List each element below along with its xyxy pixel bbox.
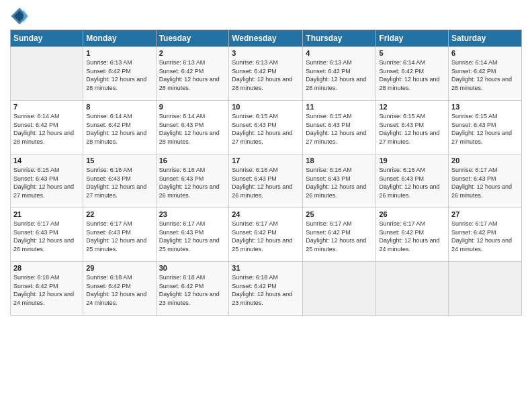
sunset-label: Sunset: 6:43 PM <box>232 175 277 182</box>
calendar-day-cell <box>303 262 376 316</box>
day-info: Sunrise: 6:18 AM Sunset: 6:42 PM Dayligh… <box>86 273 152 307</box>
day-number: 3 <box>232 49 300 57</box>
day-info: Sunrise: 6:16 AM Sunset: 6:43 PM Dayligh… <box>86 166 152 199</box>
sunrise-label: Sunrise: 6:16 AM <box>159 167 206 173</box>
day-info: Sunrise: 6:15 AM Sunset: 6:43 PM Dayligh… <box>451 112 519 146</box>
calendar-day-cell: 7 Sunrise: 6:14 AM Sunset: 6:42 PM Dayli… <box>11 101 83 154</box>
day-info: Sunrise: 6:14 AM Sunset: 6:42 PM Dayligh… <box>86 112 152 146</box>
daylight-label: Daylight: 12 hours and 26 minutes. <box>13 237 74 253</box>
calendar-day-cell: 23 Sunrise: 6:17 AM Sunset: 6:43 PM Dayl… <box>156 208 229 262</box>
weekday-header-cell: Saturday <box>449 30 522 47</box>
sunset-label: Sunset: 6:42 PM <box>232 229 277 236</box>
daylight-label: Daylight: 12 hours and 27 minutes. <box>86 183 146 199</box>
daylight-label: Daylight: 12 hours and 27 minutes. <box>306 130 366 145</box>
day-number: 26 <box>379 210 445 218</box>
sunrise-label: Sunrise: 6:17 AM <box>306 220 352 227</box>
daylight-label: Daylight: 12 hours and 27 minutes. <box>451 130 512 145</box>
day-number: 20 <box>451 156 519 165</box>
daylight-label: Daylight: 12 hours and 24 minutes. <box>379 237 439 253</box>
daylight-label: Daylight: 12 hours and 28 minutes. <box>86 130 146 145</box>
calendar-day-cell: 21 Sunrise: 6:17 AM Sunset: 6:43 PM Dayl… <box>11 208 83 262</box>
day-number: 11 <box>306 103 373 111</box>
sunrise-label: Sunrise: 6:15 AM <box>379 113 425 120</box>
calendar-table: SundayMondayTuesdayWednesdayThursdayFrid… <box>10 30 522 316</box>
day-number: 13 <box>451 103 519 111</box>
day-info: Sunrise: 6:15 AM Sunset: 6:43 PM Dayligh… <box>306 112 373 146</box>
weekday-header-cell: Monday <box>83 30 156 47</box>
day-info: Sunrise: 6:18 AM Sunset: 6:42 PM Dayligh… <box>159 273 226 307</box>
day-number: 14 <box>13 156 80 165</box>
calendar-week-row: 21 Sunrise: 6:17 AM Sunset: 6:43 PM Dayl… <box>11 208 522 262</box>
day-info: Sunrise: 6:16 AM Sunset: 6:43 PM Dayligh… <box>159 166 226 199</box>
weekday-header-cell: Thursday <box>303 30 376 47</box>
daylight-label: Daylight: 12 hours and 28 minutes. <box>451 76 512 91</box>
day-info: Sunrise: 6:18 AM Sunset: 6:42 PM Dayligh… <box>232 273 300 307</box>
calendar-day-cell: 30 Sunrise: 6:18 AM Sunset: 6:42 PM Dayl… <box>156 262 229 316</box>
calendar-day-cell: 24 Sunrise: 6:17 AM Sunset: 6:42 PM Dayl… <box>229 208 303 262</box>
day-info: Sunrise: 6:14 AM Sunset: 6:42 PM Dayligh… <box>379 58 445 92</box>
calendar-day-cell: 13 Sunrise: 6:15 AM Sunset: 6:43 PM Dayl… <box>449 101 522 154</box>
sunrise-label: Sunrise: 6:14 AM <box>159 113 206 120</box>
day-info: Sunrise: 6:16 AM Sunset: 6:43 PM Dayligh… <box>379 166 445 199</box>
daylight-label: Daylight: 12 hours and 28 minutes. <box>86 76 146 91</box>
sunset-label: Sunset: 6:43 PM <box>379 175 424 182</box>
day-info: Sunrise: 6:17 AM Sunset: 6:43 PM Dayligh… <box>451 166 519 199</box>
day-number: 1 <box>86 49 152 57</box>
daylight-label: Daylight: 12 hours and 28 minutes. <box>306 76 366 91</box>
day-info: Sunrise: 6:18 AM Sunset: 6:42 PM Dayligh… <box>13 273 80 307</box>
day-number: 8 <box>86 103 152 111</box>
day-number: 16 <box>159 156 226 165</box>
calendar-day-cell: 31 Sunrise: 6:18 AM Sunset: 6:42 PM Dayl… <box>229 262 303 316</box>
day-info: Sunrise: 6:15 AM Sunset: 6:43 PM Dayligh… <box>232 112 300 146</box>
day-number: 30 <box>159 264 226 272</box>
sunset-label: Sunset: 6:43 PM <box>86 175 131 182</box>
daylight-label: Daylight: 12 hours and 25 minutes. <box>306 237 366 253</box>
sunrise-label: Sunrise: 6:16 AM <box>86 167 132 173</box>
calendar-day-cell <box>376 262 449 316</box>
day-number: 7 <box>13 103 80 111</box>
header <box>10 7 522 26</box>
weekday-header-cell: Friday <box>376 30 449 47</box>
calendar-day-cell: 2 Sunrise: 6:13 AM Sunset: 6:42 PM Dayli… <box>156 47 229 101</box>
daylight-label: Daylight: 12 hours and 26 minutes. <box>232 183 292 199</box>
sunset-label: Sunset: 6:43 PM <box>159 122 204 128</box>
sunrise-label: Sunrise: 6:15 AM <box>306 113 352 120</box>
sunset-label: Sunset: 6:43 PM <box>159 175 204 182</box>
calendar-day-cell <box>11 47 83 101</box>
daylight-label: Daylight: 12 hours and 27 minutes. <box>13 183 74 199</box>
sunset-label: Sunset: 6:42 PM <box>86 122 131 128</box>
calendar-day-cell: 6 Sunrise: 6:14 AM Sunset: 6:42 PM Dayli… <box>449 47 522 101</box>
day-number: 4 <box>306 49 373 57</box>
day-info: Sunrise: 6:13 AM Sunset: 6:42 PM Dayligh… <box>86 58 152 92</box>
sunrise-label: Sunrise: 6:15 AM <box>451 113 498 120</box>
sunset-label: Sunset: 6:43 PM <box>232 122 277 128</box>
svg-marker-2 <box>24 9 28 24</box>
sunset-label: Sunset: 6:42 PM <box>379 229 424 236</box>
daylight-label: Daylight: 12 hours and 28 minutes. <box>159 130 220 145</box>
day-info: Sunrise: 6:17 AM Sunset: 6:42 PM Dayligh… <box>306 220 373 253</box>
sunset-label: Sunset: 6:42 PM <box>379 68 424 75</box>
sunset-label: Sunset: 6:42 PM <box>451 229 496 236</box>
sunset-label: Sunset: 6:42 PM <box>86 68 131 75</box>
day-number: 19 <box>379 156 445 165</box>
day-number: 2 <box>159 49 226 57</box>
day-info: Sunrise: 6:13 AM Sunset: 6:42 PM Dayligh… <box>159 58 226 92</box>
day-info: Sunrise: 6:13 AM Sunset: 6:42 PM Dayligh… <box>306 58 373 92</box>
daylight-label: Daylight: 12 hours and 24 minutes. <box>13 291 74 306</box>
weekday-header-cell: Tuesday <box>156 30 229 47</box>
sunrise-label: Sunrise: 6:14 AM <box>379 59 425 66</box>
sunset-label: Sunset: 6:43 PM <box>306 122 351 128</box>
sunset-label: Sunset: 6:42 PM <box>13 122 58 128</box>
calendar-day-cell: 11 Sunrise: 6:15 AM Sunset: 6:43 PM Dayl… <box>303 101 376 154</box>
sunset-label: Sunset: 6:42 PM <box>306 229 351 236</box>
daylight-label: Daylight: 12 hours and 25 minutes. <box>159 237 220 253</box>
day-number: 6 <box>451 49 519 57</box>
sunset-label: Sunset: 6:43 PM <box>13 229 58 236</box>
sunset-label: Sunset: 6:42 PM <box>306 68 351 75</box>
sunset-label: Sunset: 6:43 PM <box>306 175 351 182</box>
calendar-day-cell: 16 Sunrise: 6:16 AM Sunset: 6:43 PM Dayl… <box>156 154 229 208</box>
calendar-day-cell: 9 Sunrise: 6:14 AM Sunset: 6:43 PM Dayli… <box>156 101 229 154</box>
sunrise-label: Sunrise: 6:17 AM <box>13 220 60 227</box>
sunrise-label: Sunrise: 6:14 AM <box>451 59 498 66</box>
calendar-day-cell: 10 Sunrise: 6:15 AM Sunset: 6:43 PM Dayl… <box>229 101 303 154</box>
